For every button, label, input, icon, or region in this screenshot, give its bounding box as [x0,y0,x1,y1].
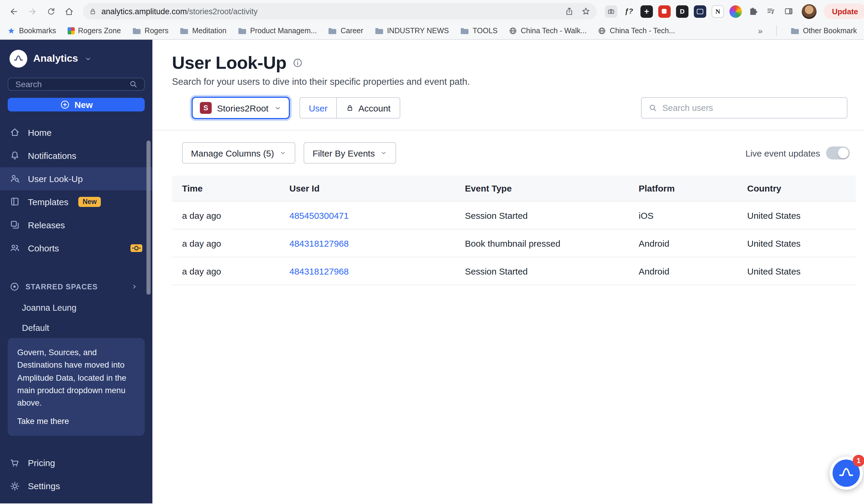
chat-unread-badge: 1 [853,455,864,467]
folder-icon [460,27,469,35]
site-lock-icon [89,8,97,15]
address-bar[interactable]: analytics.amplitude.com/stories2root/act… [83,3,597,20]
red-extension-icon[interactable] [658,5,671,17]
user-id-link[interactable]: 484318127968 [289,238,465,248]
product-switcher[interactable]: Analytics [0,40,153,75]
cell-time: a day ago [182,266,289,276]
app-name: Analytics [33,53,78,65]
site-favicon [67,27,74,34]
new-button[interactable]: New [8,98,145,111]
reload-button[interactable] [43,3,59,19]
migration-notice: Govern, Sources, and Destinations have m… [8,338,145,436]
lock-icon [346,104,354,112]
bookmark-china-tech-walk[interactable]: China Tech - Walk... [509,27,587,35]
share-icon[interactable] [565,7,574,16]
chevron-down-icon [380,149,387,157]
bookmark-rogers-zone[interactable]: Rogers Zone [67,27,121,35]
bookmark-folder-career[interactable]: Career [328,27,363,35]
sidebar-item-settings[interactable]: Settings [0,475,153,497]
back-button[interactable] [6,3,22,19]
globe-icon [509,27,517,35]
folder-icon [328,27,337,35]
live-event-updates-label: Live event updates [745,148,820,158]
browser-toolbar: analytics.amplitude.com/stories2root/act… [0,0,864,23]
manage-columns-button[interactable]: Manage Columns (5) [182,142,295,164]
search-icon [648,103,658,113]
math-extension-icon[interactable]: ƒ? [623,5,635,17]
other-bookmarks-folder[interactable]: Other Bookmark [791,27,857,35]
forward-button[interactable] [24,3,40,19]
bookmark-folder-product-management[interactable]: Product Managem... [238,27,317,35]
bookmarks-overflow-button[interactable]: » [758,26,763,36]
bookmark-bookmarks[interactable]: Bookmarks [7,27,56,35]
forward-icon [27,6,37,16]
update-button[interactable]: Update [824,3,864,19]
info-icon[interactable] [292,58,303,68]
user-search-input[interactable] [662,103,840,113]
bookmark-folder-rogers[interactable]: Rogers [132,27,169,35]
sidebar-item-templates[interactable]: Templates New [0,190,153,214]
sidebar-item-pricing[interactable]: Pricing [0,451,153,475]
project-selector[interactable]: S Stories2Root [192,97,290,119]
table-row: a day ago 484318127968 Session Started A… [172,257,856,285]
sidebar-scrollbar[interactable] [146,141,151,295]
starred-item-joanna-leung[interactable]: Joanna Leung [0,298,153,318]
playlist-extension-icon[interactable] [765,5,777,17]
d-extension-icon[interactable]: D [676,5,688,17]
chevron-down-icon [274,104,281,112]
sidebar-search-input[interactable] [15,80,129,89]
screenshot-camera-extension-icon[interactable] [605,5,617,17]
notion-extension-icon[interactable]: N [711,5,724,17]
profile-avatar[interactable] [802,4,817,19]
col-user-id: User Id [289,183,465,193]
user-account-segmented-control: User Account [299,97,400,119]
bookmark-star-icon[interactable] [581,7,591,16]
cell-country: United States [747,238,856,248]
releases-icon [10,220,20,230]
color-extension-icon[interactable] [729,5,742,17]
bookmark-folder-industry-news[interactable]: INDUSTRY NEWS [374,27,449,35]
sidebar-item-user-lookup[interactable]: User Look-Up [0,167,153,190]
take-me-there-link[interactable]: Take me there [17,415,135,428]
user-search-box[interactable] [641,97,848,119]
templates-new-badge: New [79,197,101,207]
home-button[interactable] [61,3,77,19]
cell-platform: iOS [639,210,747,220]
chevron-down-icon [279,149,286,157]
cell-event-type: Book thumbnail pressed [465,238,639,248]
plus-extension-icon[interactable]: + [640,5,653,17]
user-id-link[interactable]: 485450300471 [289,210,465,220]
puzzle-extension-icon[interactable] [747,5,760,17]
account-mode-button[interactable]: Account [337,97,400,119]
sidebar-item-cohorts[interactable]: Cohorts [0,237,153,260]
user-mode-button[interactable]: User [299,97,336,119]
gear-icon [10,481,20,491]
capture-extension-icon[interactable] [694,5,706,17]
back-icon [9,6,19,16]
table-row: a day ago 485450300471 Session Started i… [172,202,856,229]
bookmark-folder-meditation[interactable]: Meditation [180,27,226,35]
side-panel-extension-icon[interactable] [783,5,795,17]
home-icon [10,127,20,138]
starred-spaces-header[interactable]: STARRED SPACES [0,276,153,298]
live-event-updates-toggle[interactable] [826,146,850,159]
sidebar-item-releases[interactable]: Releases [0,214,153,237]
sidebar-item-home[interactable]: Home [0,121,153,144]
folder-icon [791,27,799,35]
cell-platform: Android [639,238,747,248]
user-search-icon [10,173,20,184]
sidebar-item-notifications[interactable]: Notifications [0,144,153,167]
sidebar-search[interactable] [8,78,145,91]
chat-launcher[interactable]: 1 [830,457,863,490]
starred-item-default[interactable]: Default [0,318,153,338]
starred-space-icon [10,282,20,292]
bookmarks-divider [776,25,777,36]
chevron-right-icon [131,283,138,291]
extension-bar: ƒ? + D N [605,5,795,17]
bookmark-folder-tools[interactable]: TOOLS [460,27,497,35]
chevron-down-icon [84,55,92,62]
filter-by-events-button[interactable]: Filter By Events [304,142,396,164]
bookmark-china-tech-tech[interactable]: China Tech - Tech... [598,27,675,35]
user-id-link[interactable]: 484318127968 [289,266,465,276]
bell-icon [10,150,20,161]
